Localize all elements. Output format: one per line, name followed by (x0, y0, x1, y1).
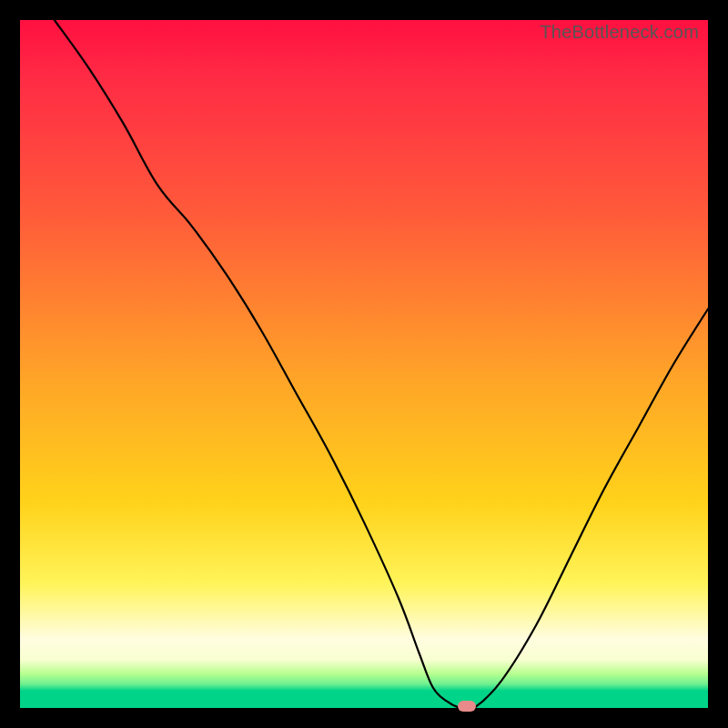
chart-frame: TheBottleneck.com (0, 0, 728, 728)
bottleneck-curve (20, 20, 708, 708)
plot-area: TheBottleneck.com (20, 20, 708, 708)
optimum-marker (458, 701, 476, 712)
